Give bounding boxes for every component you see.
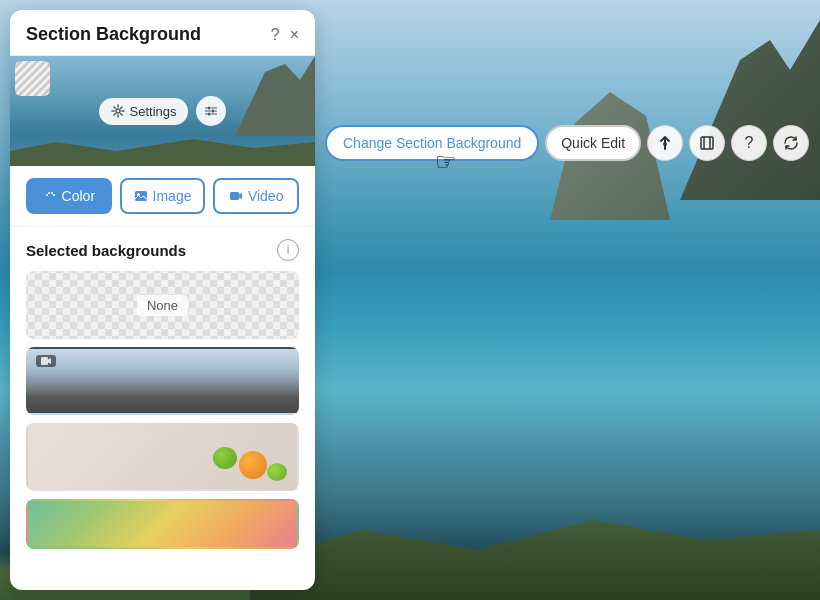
svg-point-6 [212,110,215,113]
section-background-panel: Section Background ? × Settings [10,10,315,590]
background-none[interactable]: None [26,271,299,339]
filters-icon [204,104,218,118]
ground-bottom [250,500,820,600]
background-gradient[interactable] [26,499,299,549]
video-tab-label: Video [248,188,284,204]
preview-overlay-inner [15,61,50,96]
panel-header: Section Background ? × [10,10,315,56]
none-label: None [137,295,188,316]
info-icon[interactable]: i [277,239,299,261]
mountain-video-icon [36,355,56,367]
preview-overlay [15,61,50,96]
background-mountain[interactable] [26,347,299,415]
video-icon [229,189,243,203]
settings-icon [111,104,125,118]
svg-point-14 [46,194,48,196]
preview-cliff [215,56,315,136]
quick-edit-button[interactable]: Quick Edit [545,125,641,161]
selected-header: Selected backgrounds i [26,239,299,261]
panel-title: Section Background [26,24,201,45]
preview-ground [10,136,315,166]
fruit-lime2 [267,463,287,481]
toolbar: Change Section Background Quick Edit ? [325,125,809,161]
fruit-lime1 [213,447,237,469]
color-tab-label: Color [62,188,95,204]
preview-buttons: Settings [99,96,227,126]
color-icon [43,189,57,203]
tab-row: Color Image Video [10,166,315,227]
move-up-icon[interactable] [647,125,683,161]
settings-button[interactable]: Settings [99,98,189,125]
svg-point-17 [53,194,55,196]
help-icon[interactable]: ? [731,125,767,161]
svg-rect-1 [701,137,713,149]
refresh-icon[interactable] [773,125,809,161]
svg-point-15 [48,192,50,194]
background-fruits[interactable] [26,423,299,491]
svg-point-16 [51,192,53,194]
selected-label: Selected backgrounds [26,242,186,259]
tab-video[interactable]: Video [213,178,299,214]
selected-section: Selected backgrounds i None [10,227,315,569]
svg-point-7 [208,113,211,116]
video-play-icon [41,357,51,365]
help-button[interactable]: ? [271,26,280,44]
filters-button[interactable] [196,96,226,126]
preview-area: Settings [10,56,315,166]
svg-rect-21 [41,357,48,365]
tab-image[interactable]: Image [120,178,206,214]
tab-color[interactable]: Color [26,178,112,214]
svg-rect-18 [135,191,147,201]
header-icons: ? × [271,26,299,44]
fruit-orange [239,451,267,479]
svg-point-5 [208,107,211,110]
close-button[interactable]: × [290,26,299,44]
crop-icon[interactable] [689,125,725,161]
change-section-background-button[interactable]: Change Section Background [325,125,539,161]
svg-point-4 [116,109,120,113]
image-icon [134,189,148,203]
svg-point-0 [663,142,667,146]
image-tab-label: Image [153,188,192,204]
svg-rect-20 [230,192,239,200]
settings-label: Settings [130,104,177,119]
